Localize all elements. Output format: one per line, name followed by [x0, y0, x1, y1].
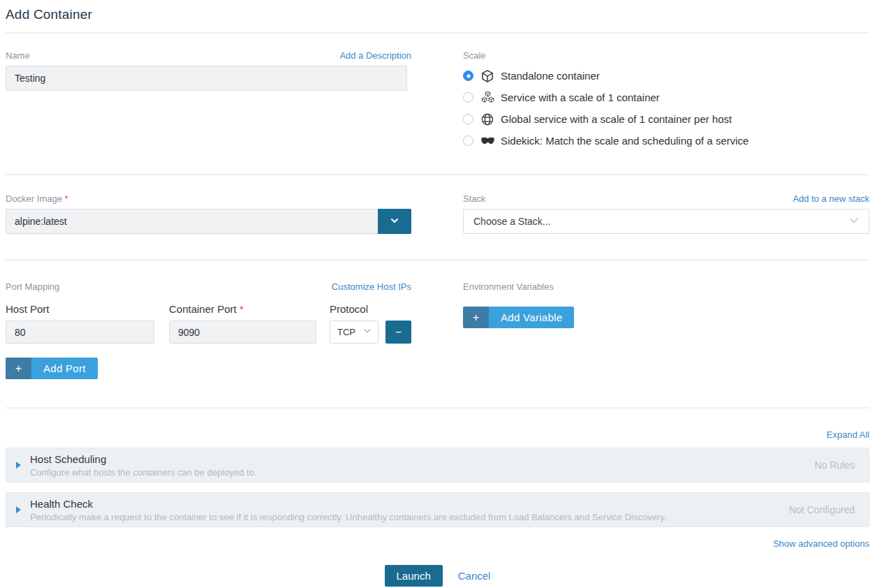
- radio-unselected[interactable]: [463, 114, 473, 124]
- chevron-down-icon: [362, 326, 372, 338]
- accordion-text: Health Check Periodically make a request…: [30, 498, 768, 522]
- expand-caret-icon: [16, 506, 21, 513]
- protocol-select-value: TCP: [337, 327, 355, 337]
- stack-group: Stack Add to a new stack Choose a Stack.…: [463, 193, 869, 234]
- protocol-field-group: Protocol TCP: [330, 303, 378, 344]
- add-variable-label: Add Variable: [489, 307, 574, 328]
- scale-option-label: Service with a scale of 1 container: [501, 91, 660, 103]
- scale-option-label: Standalone container: [501, 70, 600, 82]
- scale-option-global[interactable]: Global service with a scale of 1 contain…: [463, 111, 869, 127]
- accordion-title: Host Scheduling: [30, 453, 793, 465]
- name-input[interactable]: [6, 66, 407, 91]
- docker-image-input[interactable]: [6, 209, 378, 234]
- add-new-stack-link[interactable]: Add to a new stack: [793, 193, 869, 204]
- container-port-input[interactable]: [169, 321, 316, 344]
- scale-label: Scale: [463, 50, 869, 61]
- docker-image-label: Docker Image *: [6, 193, 68, 204]
- host-port-label: Host Port: [6, 303, 154, 315]
- protocol-label: Protocol: [330, 303, 378, 315]
- port-mapping-group: Port Mapping Customize Host IPs Host Por…: [6, 281, 411, 379]
- scale-option-label: Sidekick: Match the scale and scheduling…: [501, 135, 749, 147]
- section-ports-env: Port Mapping Customize Host IPs Host Por…: [6, 281, 869, 379]
- required-asterisk: *: [240, 303, 244, 315]
- scale-option-service[interactable]: Service with a scale of 1 container: [463, 89, 869, 105]
- accordion-health-check[interactable]: Health Check Periodically make a request…: [6, 492, 869, 527]
- remove-port-button[interactable]: −: [385, 321, 411, 344]
- section-image-stack: Docker Image * Stack Add to a new stack …: [6, 193, 869, 234]
- section-divider: [6, 407, 869, 409]
- name-field-group: Name Add a Description: [6, 50, 411, 154]
- section-divider: [6, 174, 869, 175]
- cubes-icon: [479, 90, 496, 105]
- scale-option-sidekick[interactable]: Sidekick: Match the scale and scheduling…: [463, 133, 869, 149]
- chevron-down-icon: [389, 215, 400, 228]
- accordion-description: Periodically make a request to the conta…: [30, 512, 768, 522]
- host-port-input[interactable]: [6, 321, 154, 344]
- image-dropdown-button[interactable]: [378, 209, 411, 234]
- title-divider: [6, 32, 869, 34]
- port-mapping-label: Port Mapping: [6, 281, 59, 292]
- scale-option-standalone[interactable]: Standalone container: [463, 68, 869, 84]
- accordion-host-scheduling[interactable]: Host Scheduling Configure what hosts the…: [6, 448, 869, 483]
- footer-actions: Launch Cancel: [6, 565, 869, 587]
- add-container-page: Add Container Name Add a Description Sca…: [0, 0, 882, 588]
- expand-caret-icon: [16, 462, 21, 469]
- accordion-status: Not Configured: [789, 504, 855, 515]
- add-port-button[interactable]: + Add Port: [6, 358, 98, 379]
- plus-icon: +: [463, 307, 489, 328]
- stack-select-value: Choose a Stack...: [473, 216, 551, 227]
- accordion-text: Host Scheduling Configure what hosts the…: [30, 453, 793, 478]
- expand-all-link[interactable]: Expand All: [827, 429, 869, 440]
- plus-icon: +: [6, 358, 31, 379]
- name-label: Name: [6, 50, 30, 61]
- add-variable-button[interactable]: + Add Variable: [463, 307, 574, 328]
- section-name-scale: Name Add a Description Scale Standalone …: [6, 50, 869, 154]
- container-port-label: Container Port *: [169, 303, 316, 315]
- host-port-field-group: Host Port: [6, 303, 154, 344]
- cancel-link[interactable]: Cancel: [458, 570, 491, 582]
- show-advanced-options-link[interactable]: Show advanced options: [773, 538, 869, 549]
- add-description-link[interactable]: Add a Description: [339, 50, 411, 61]
- environment-variables-label: Environment Variables: [463, 281, 554, 292]
- radio-unselected[interactable]: [463, 92, 473, 103]
- accordion-status: No Rules: [814, 460, 855, 471]
- mask-icon: [479, 133, 496, 149]
- protocol-select[interactable]: TCP: [330, 321, 378, 344]
- port-row: Host Port Container Port * Protocol TCP: [6, 303, 411, 344]
- scale-group: Scale Standalone container: [463, 50, 869, 154]
- accordion-description: Configure what hosts the containers can …: [30, 467, 793, 478]
- stack-select[interactable]: Choose a Stack...: [463, 209, 869, 234]
- environment-variables-group: Environment Variables + Add Variable: [463, 281, 869, 379]
- radio-selected[interactable]: [463, 71, 473, 81]
- chevron-down-icon: [848, 214, 860, 229]
- docker-image-group: Docker Image *: [6, 193, 411, 234]
- required-asterisk: *: [65, 193, 68, 204]
- launch-button[interactable]: Launch: [385, 565, 443, 587]
- minus-icon: −: [395, 326, 402, 339]
- accordion-title: Health Check: [30, 498, 768, 510]
- section-divider: [6, 259, 869, 260]
- cube-icon: [479, 68, 496, 84]
- page-title: Add Container: [6, 7, 869, 22]
- stack-label: Stack: [463, 193, 486, 204]
- customize-host-ips-link[interactable]: Customize Host IPs: [332, 281, 411, 292]
- add-port-label: Add Port: [31, 358, 98, 379]
- scale-option-label: Global service with a scale of 1 contain…: [501, 113, 732, 125]
- radio-unselected[interactable]: [463, 135, 473, 146]
- container-port-field-group: Container Port *: [169, 303, 316, 344]
- globe-icon: [479, 112, 496, 127]
